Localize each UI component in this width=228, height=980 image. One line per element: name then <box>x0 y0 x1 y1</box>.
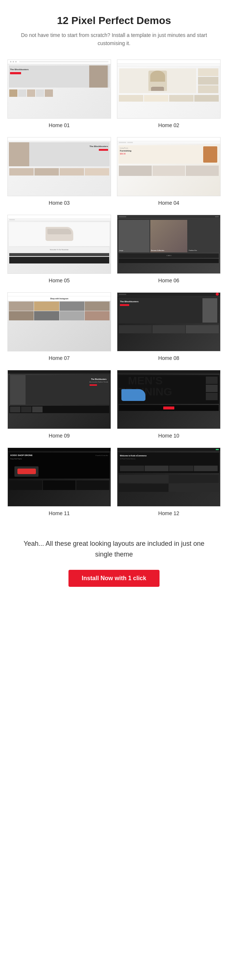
demo-item-08: The Blockbusters Home 08 <box>117 292 221 361</box>
demo-thumb-01[interactable]: The Blockbusters <box>7 59 111 119</box>
demo-item-02: Home 02 <box>117 59 221 128</box>
demo-thumb-08[interactable]: The Blockbusters <box>117 292 221 352</box>
page-title: 12 Pixel Perfect Demos <box>7 15 221 27</box>
demo-label-12: Home 12 <box>158 510 180 516</box>
demo-thumb-04[interactable]: Living Room Furnishing $30.00 <box>117 137 221 196</box>
demo-item-04: Living Room Furnishing $30.00 Home 04 <box>117 137 221 206</box>
demo-label-03: Home 03 <box>49 200 70 206</box>
demo-label-05: Home 05 <box>49 277 70 283</box>
demo-grid: The Blockbusters Home 01 <box>7 59 221 516</box>
demo-label-11: Home 11 <box>49 510 70 516</box>
bottom-section: Yeah... All these great looking layouts … <box>7 531 221 595</box>
demo-item-07: Shop with Instagram Home 07 <box>7 292 111 361</box>
page-subtitle: Do not have time to start from scratch? … <box>7 31 221 48</box>
demo-item-12: Welcome to Kodo eCommerce 12 Pixel Perfe… <box>117 447 221 516</box>
demo-item-06: image Dresses Collection Fashion Dur <box>117 215 221 283</box>
demo-label-01: Home 01 <box>49 123 70 128</box>
bottom-text: Yeah... All these great looking layouts … <box>15 538 213 560</box>
demo-thumb-07[interactable]: Shop with Instagram <box>7 292 111 352</box>
demo-thumb-12[interactable]: Welcome to Kodo eCommerce 12 Pixel Perfe… <box>117 447 221 507</box>
demo-item-11: KODO SHOP DRONE Easy Side Flights Powerf… <box>7 447 111 516</box>
demo-label-08: Home 08 <box>158 355 180 361</box>
demo-thumb-03[interactable]: The Blockbusters <box>7 137 111 196</box>
demo-thumb-09[interactable]: The Blockbusters Accessories Fashion Tre… <box>7 370 111 429</box>
demo-label-04: Home 04 <box>158 200 180 206</box>
demo-item-03: The Blockbusters Home 03 <box>7 137 111 206</box>
demo-item-09: The Blockbusters Accessories Fashion Tre… <box>7 370 111 439</box>
demo-item-01: The Blockbusters Home 01 <box>7 59 111 128</box>
install-button[interactable]: Install Now with 1 click <box>69 570 159 587</box>
page-wrapper: 12 Pixel Perfect Demos Do not have time … <box>0 0 228 612</box>
demo-label-02: Home 02 <box>158 123 180 128</box>
demo-thumb-10[interactable]: MEN'STRAINING <box>117 370 221 429</box>
demo-thumb-05[interactable]: Subscribe To Our Newsletter <box>7 215 111 274</box>
demo-item-10: MEN'STRAINING Home 10 <box>117 370 221 439</box>
demo-label-10: Home 10 <box>158 433 180 439</box>
demo-thumb-02[interactable] <box>117 59 221 119</box>
demo-thumb-11[interactable]: KODO SHOP DRONE Easy Side Flights Powerf… <box>7 447 111 507</box>
demo-label-07: Home 07 <box>49 355 70 361</box>
demo-item-05: Subscribe To Our Newsletter Home 05 <box>7 215 111 283</box>
demo-thumb-06[interactable]: image Dresses Collection Fashion Dur <box>117 215 221 274</box>
demo-label-09: Home 09 <box>49 433 70 439</box>
demo-label-06: Home 06 <box>158 277 180 283</box>
